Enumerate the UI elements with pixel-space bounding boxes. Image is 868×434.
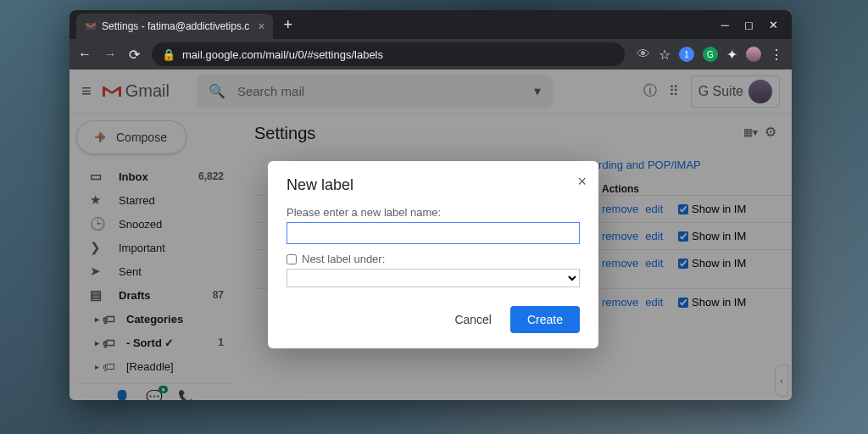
back-icon[interactable]: ← xyxy=(78,47,92,62)
nest-label: Nest label under: xyxy=(302,253,385,265)
label-name-prompt: Please enter a new label name: xyxy=(287,206,580,219)
extension-icons: 👁 ☆ 1 G ✦ ⋮ xyxy=(637,47,783,63)
url-text: mail.google.com/mail/u/0/#settings/label… xyxy=(182,48,383,61)
new-label-dialog: × New label Please enter a new label nam… xyxy=(268,161,598,348)
puzzle-icon[interactable]: ✦ xyxy=(726,47,737,63)
forward-icon[interactable]: → xyxy=(103,47,117,62)
address-bar[interactable]: 🔒 mail.google.com/mail/u/0/#settings/lab… xyxy=(152,42,625,66)
dialog-close-icon[interactable]: × xyxy=(577,173,587,191)
reload-icon[interactable]: ⟳ xyxy=(129,47,140,63)
eye-icon[interactable]: 👁 xyxy=(637,47,650,62)
cancel-button[interactable]: Cancel xyxy=(442,306,504,333)
gmail-favicon xyxy=(85,20,97,32)
nest-parent-select[interactable] xyxy=(287,269,580,287)
window-controls: ─ ◻ ✕ xyxy=(721,19,785,31)
nest-checkbox-row[interactable]: Nest label under: xyxy=(287,253,580,265)
tab-close-icon[interactable]: × xyxy=(258,19,264,33)
label-name-input[interactable] xyxy=(287,222,580,244)
profile-avatar-icon[interactable] xyxy=(746,47,761,62)
kebab-icon[interactable]: ⋮ xyxy=(770,47,783,63)
maximize-icon[interactable]: ◻ xyxy=(744,19,754,31)
create-button[interactable]: Create xyxy=(510,306,580,333)
tab-title: Settings - fatima@addictivetips.c xyxy=(102,20,249,32)
extension-g-icon[interactable]: G xyxy=(703,47,718,62)
close-icon[interactable]: ✕ xyxy=(769,19,778,31)
address-bar-row: ← → ⟳ 🔒 mail.google.com/mail/u/0/#settin… xyxy=(70,39,792,70)
browser-tab[interactable]: Settings - fatima@addictivetips.c × xyxy=(76,14,273,39)
dialog-buttons: Cancel Create xyxy=(287,306,580,333)
titlebar: Settings - fatima@addictivetips.c × + ─ … xyxy=(70,10,792,39)
nest-checkbox[interactable] xyxy=(287,254,297,264)
extension-1-icon[interactable]: 1 xyxy=(679,47,694,62)
star-icon[interactable]: ☆ xyxy=(659,47,670,63)
minimize-icon[interactable]: ─ xyxy=(721,19,729,31)
lock-icon: 🔒 xyxy=(162,48,175,61)
dialog-title: New label xyxy=(287,176,580,194)
new-tab-button[interactable]: + xyxy=(283,16,292,34)
